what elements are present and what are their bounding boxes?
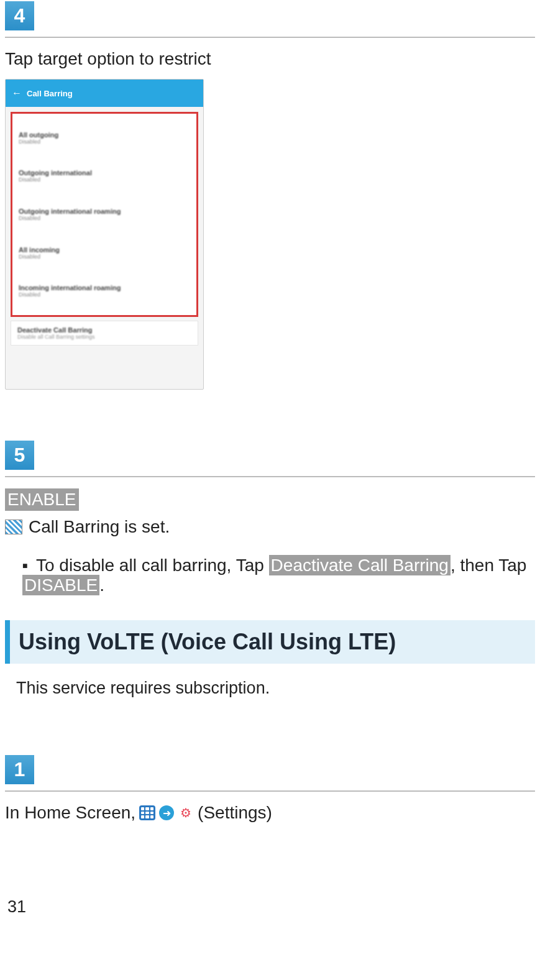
disable-note: To disable all call barring, Tap Deactiv… bbox=[5, 556, 535, 595]
arrow-right-icon: ➜ bbox=[159, 805, 174, 820]
screenshot-title: Call Barring bbox=[27, 89, 73, 98]
divider bbox=[5, 790, 535, 792]
screenshot-header: ← Call Barring bbox=[6, 80, 203, 107]
apps-grid-icon bbox=[139, 805, 155, 820]
list-item: All outgoing Disabled bbox=[19, 129, 190, 147]
result-text: Call Barring is set. bbox=[29, 517, 170, 537]
section-heading-volte: Using VoLTE (Voice Call Using LTE) bbox=[5, 620, 535, 664]
page-number: 31 bbox=[0, 897, 540, 923]
list-item: Outgoing international roaming Disabled bbox=[19, 205, 190, 224]
screenshot-footer: Deactivate Call Barring Disable all Call… bbox=[11, 321, 198, 346]
disable-label: DISABLE bbox=[22, 575, 99, 595]
step-4-instruction: Tap target option to restrict bbox=[5, 49, 535, 69]
deactivate-call-barring-label: Deactivate Call Barring bbox=[269, 555, 451, 575]
back-arrow-icon: ← bbox=[12, 88, 22, 99]
flag-icon bbox=[5, 520, 22, 534]
list-item: Outgoing international Disabled bbox=[19, 167, 190, 185]
screenshot-options-box: All outgoing Disabled Outgoing internati… bbox=[11, 112, 198, 317]
section-note: This service requires subscription. bbox=[5, 679, 535, 698]
divider bbox=[5, 476, 535, 477]
enable-label: ENABLE bbox=[5, 488, 79, 511]
settings-gear-icon: ⚙ bbox=[178, 805, 194, 821]
list-item: Incoming international roaming Disabled bbox=[19, 282, 190, 300]
divider bbox=[5, 37, 535, 38]
call-barring-screenshot: ← Call Barring All outgoing Disabled Out… bbox=[5, 79, 204, 390]
result-line: Call Barring is set. bbox=[5, 517, 535, 537]
step-1-badge: 1 bbox=[5, 755, 34, 784]
step-5-badge: 5 bbox=[5, 441, 34, 470]
list-item: All incoming Disabled bbox=[19, 244, 190, 262]
step-4-badge: 4 bbox=[5, 1, 34, 30]
home-screen-instruction: In Home Screen, ➜ ⚙ (Settings) bbox=[5, 803, 535, 823]
